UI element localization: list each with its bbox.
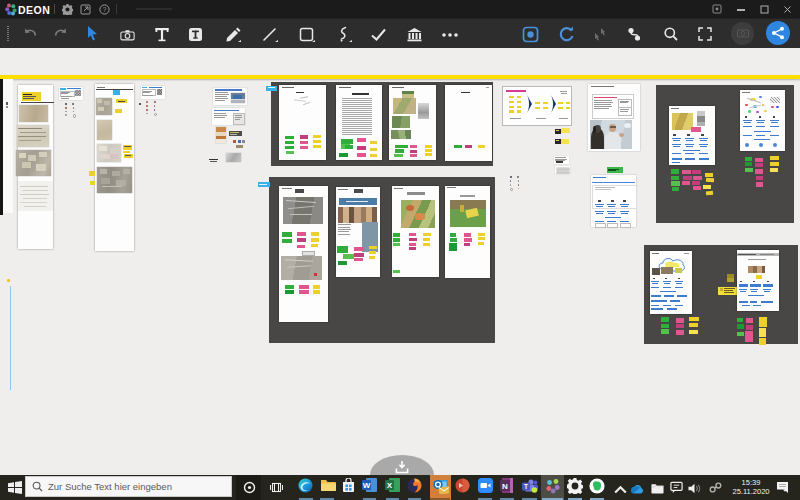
svg-text:N: N — [502, 482, 508, 491]
svg-text:W: W — [363, 481, 371, 490]
svg-text:T: T — [524, 483, 528, 490]
svg-text:X: X — [387, 481, 393, 490]
svg-text:?: ? — [103, 6, 107, 13]
